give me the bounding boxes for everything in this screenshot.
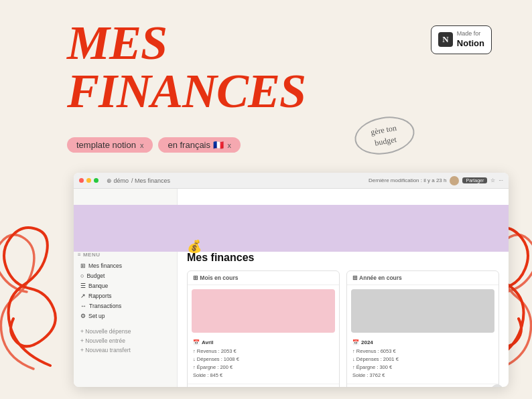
tag-language-label: en français 🇫🇷 <box>168 140 223 150</box>
page-icon: 💰 <box>187 239 202 254</box>
sidebar-icon-transactions: ↔ <box>80 303 86 309</box>
card2-month-icon: 📅 <box>352 339 359 345</box>
browser-topbar: ⊕ démo / Mes finances Dernière modificat… <box>74 173 509 189</box>
sidebar-item-rapports[interactable]: ↗ Rapports <box>78 291 173 301</box>
notion-main: 💰 Mes finances ⊞ Mois en cours 📅 Avril ↑… <box>178 189 509 387</box>
card2-revenus: 6053 € <box>381 348 396 354</box>
browser-actions: Dernière modification : il y a 23 h Part… <box>369 176 503 185</box>
card1-stats: ↑ Revenus : 2053 € ↓ Dépenses : 1008 € ↑… <box>193 347 334 380</box>
card1-month-icon: 📅 <box>193 339 200 345</box>
sidebar-label-setup: Set up <box>88 313 105 319</box>
sidebar-label-banque: Banque <box>88 283 108 289</box>
breadcrumb: / Mes finances <box>131 177 170 184</box>
tag-template-close[interactable]: x <box>140 141 144 149</box>
card2-image <box>351 289 494 333</box>
window-maximize-dot[interactable] <box>94 178 98 183</box>
title-block: MES FINANCES <box>67 19 306 115</box>
notion-body: ≡ MENU ⊞ Mes finances ○ Budget ☰ Banque … <box>74 189 509 387</box>
tag-template[interactable]: template notion x <box>67 137 153 153</box>
card1-footer[interactable]: + Nouveau <box>188 384 339 387</box>
sidebar-label-add-transfert: + Nouveau transfert <box>80 347 131 353</box>
card1-header: ⊞ Mois en cours <box>188 271 339 285</box>
page-title: Mes finances <box>187 252 499 264</box>
card1-solde: 845 € <box>210 372 222 378</box>
tag-language[interactable]: en français 🇫🇷 x <box>158 137 241 153</box>
browser-url: ⊕ démo / Mes finances <box>107 177 170 184</box>
card2-month: 📅 2024 <box>352 339 493 345</box>
tag-language-close[interactable]: x <box>228 141 232 149</box>
card1-month: 📅 Avril <box>193 339 334 345</box>
notion-badge: N Made for Notion <box>431 25 492 54</box>
sidebar-add-depense[interactable]: + Nouvelle dépense <box>78 327 173 336</box>
sidebar-label-rapports: Rapports <box>88 293 112 299</box>
title-line2: FINANCES <box>67 67 306 115</box>
card1-month-label: Avril <box>202 339 214 345</box>
sidebar-item-banque[interactable]: ☰ Banque <box>78 281 173 291</box>
card1-info: 📅 Avril ↑ Revenus : 2053 € ↓ Dépenses : … <box>188 337 339 384</box>
budget-stamp: gère ton budget <box>354 117 415 154</box>
sidebar-item-transactions[interactable]: ↔ Transactions <box>78 301 173 311</box>
share-button[interactable]: Partager <box>462 177 487 183</box>
title-line1: MES <box>67 19 306 67</box>
card1-epargne: 200 € <box>220 364 232 370</box>
sidebar-icon-budget: ○ <box>80 272 84 279</box>
url-prefix: ⊕ démo <box>107 177 129 184</box>
sidebar-label-transactions: Transactions <box>89 303 121 309</box>
cards-row: ⊞ Mois en cours 📅 Avril ↑ Revenus : 2053… <box>187 270 499 387</box>
window-minimize-dot[interactable] <box>86 178 91 183</box>
tags-row: template notion x en français 🇫🇷 x <box>67 137 241 153</box>
sidebar-icon-setup: ⚙ <box>80 313 86 319</box>
sidebar-label-add-depense: + Nouvelle dépense <box>80 328 131 335</box>
sidebar-label-budget: Budget <box>86 272 105 279</box>
user-avatar <box>450 176 459 185</box>
swirl-left-decoration <box>0 225 74 379</box>
sidebar-label-add-entree: + Nouvelle entrée <box>80 337 125 344</box>
card-mois-en-cours: ⊞ Mois en cours 📅 Avril ↑ Revenus : 2053… <box>187 270 340 387</box>
tag-template-label: template notion <box>76 140 136 150</box>
card1-revenus: 2053 € <box>221 348 237 354</box>
icon-bookmark[interactable]: ☆ <box>490 177 495 183</box>
sidebar-label-mes-finances: Mes finances <box>88 262 122 269</box>
badge-notion-label: Notion <box>457 38 484 50</box>
card2-header: ⊞ Année en cours <box>347 271 498 285</box>
sidebar-add-transfert[interactable]: + Nouveau transfert <box>78 345 173 355</box>
last-modified: Dernière modification : il y a 23 h <box>369 177 447 183</box>
sidebar-icon-rapports: ↗ <box>80 293 86 299</box>
card1-depenses: 1008 € <box>224 356 239 362</box>
icon-more[interactable]: ··· <box>498 177 503 183</box>
card2-month-label: 2024 <box>361 339 373 345</box>
sidebar-icon-mes-finances: ⊞ <box>80 262 86 269</box>
notion-logo-icon: N <box>438 32 453 47</box>
card2-stats: ↑ Revenus : 6053 € ↓ Dépenses : 2001 € ↑… <box>352 347 493 380</box>
browser-window: ⊕ démo / Mes finances Dernière modificat… <box>74 173 509 387</box>
sidebar-add-entree[interactable]: + Nouvelle entrée <box>78 336 173 345</box>
sidebar-icon-banque: ☰ <box>80 283 86 289</box>
card2-solde: 3762 € <box>369 372 385 378</box>
sidebar-item-mes-finances[interactable]: ⊞ Mes finances <box>78 261 173 270</box>
sidebar-item-budget[interactable]: ○ Budget <box>78 271 173 281</box>
card2-footer[interactable]: + Nouveau <box>347 384 498 387</box>
card1-image <box>192 289 335 333</box>
badge-made-for: Made for <box>457 30 484 38</box>
stamp-line2: budget <box>374 135 397 147</box>
sidebar-item-setup[interactable]: ⚙ Set up <box>78 311 173 321</box>
card2-depenses: 2001 € <box>383 356 399 362</box>
window-close-dot[interactable] <box>79 178 84 183</box>
card2-epargne: 300 € <box>379 364 392 370</box>
card-annee-en-cours: ⊞ Année en cours 📅 2024 ↑ Revenus : 6053… <box>346 270 499 387</box>
card2-info: 📅 2024 ↑ Revenus : 6053 € ↓ Dépenses : 2… <box>347 337 498 384</box>
sidebar-menu-label: ≡ MENU <box>78 252 173 258</box>
